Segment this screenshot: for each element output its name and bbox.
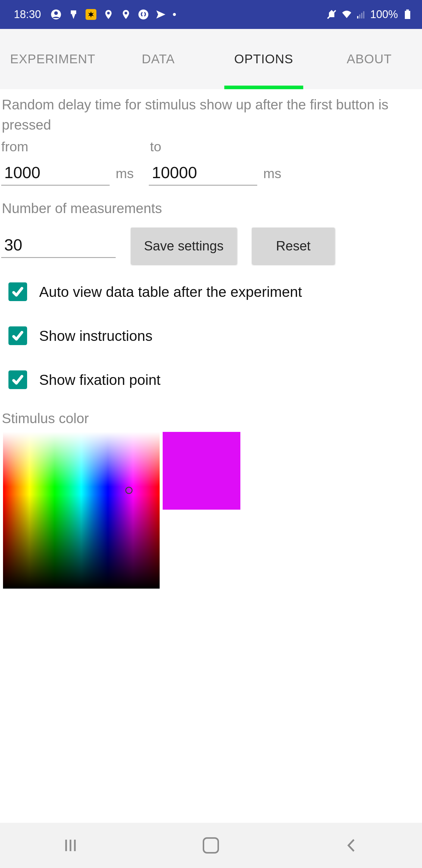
tab-data[interactable]: DATA <box>105 29 211 89</box>
reset-button[interactable]: Reset <box>252 227 335 264</box>
options-panel: Random delay time for stimulus show up a… <box>0 89 422 589</box>
svg-point-4 <box>125 12 127 14</box>
wifi-icon <box>341 9 352 20</box>
check-show-instructions-row[interactable]: Show instructions <box>8 327 421 345</box>
checkbox-checked-icon[interactable] <box>8 282 27 301</box>
delay-to-col: to ms <box>149 139 281 186</box>
svg-point-5 <box>138 10 149 20</box>
delay-range-row: from ms to ms <box>1 139 421 186</box>
app-icon <box>86 9 96 20</box>
stimulus-color-label: Stimulus color <box>1 410 421 427</box>
svg-rect-11 <box>405 11 410 19</box>
svg-rect-2 <box>71 10 76 14</box>
ms-unit-2: ms <box>263 166 281 181</box>
ms-unit: ms <box>116 166 134 181</box>
check-show-instructions-label: Show instructions <box>39 328 153 344</box>
svg-rect-8 <box>359 14 360 19</box>
send-icon <box>155 9 166 20</box>
tab-options[interactable]: OPTIONS <box>211 29 317 89</box>
checkbox-checked-icon[interactable] <box>8 327 27 345</box>
location-icon-2 <box>121 9 131 20</box>
color-picker-cursor-icon <box>125 487 133 494</box>
back-icon[interactable] <box>343 837 360 854</box>
delay-heading: Random delay time for stimulus show up a… <box>1 95 421 135</box>
svg-point-3 <box>107 12 110 14</box>
color-picker-area <box>1 432 421 589</box>
recents-icon[interactable] <box>62 837 79 854</box>
color-picker[interactable] <box>3 432 160 589</box>
status-bar: 18:30 100% <box>0 0 422 29</box>
status-left: 18:30 <box>14 8 176 21</box>
person-icon <box>51 9 61 20</box>
svg-point-1 <box>54 11 58 15</box>
svg-rect-10 <box>363 11 364 19</box>
shazam-icon <box>138 9 149 20</box>
more-dot-icon <box>173 13 176 16</box>
svg-rect-9 <box>361 13 362 19</box>
status-time: 18:30 <box>14 8 41 21</box>
selected-color-swatch <box>163 432 240 510</box>
location-icon <box>103 9 114 20</box>
measurements-input[interactable] <box>1 234 116 258</box>
tab-experiment[interactable]: EXPERIMENT <box>0 29 105 89</box>
checkbox-list: Auto view data table after the experimen… <box>1 282 421 389</box>
status-right: 100% <box>326 8 413 21</box>
home-icon[interactable] <box>203 837 219 854</box>
save-settings-button[interactable]: Save settings <box>131 227 237 264</box>
settings-row: Save settings Reset <box>1 227 421 264</box>
speaker-icon <box>68 9 79 20</box>
battery-icon <box>402 9 413 20</box>
from-label: from <box>1 139 134 155</box>
to-label: to <box>150 139 281 155</box>
check-auto-view-label: Auto view data table after the experimen… <box>39 284 302 300</box>
signal-icon <box>356 10 366 19</box>
check-show-fixation-row[interactable]: Show fixation point <box>8 370 421 389</box>
tab-about[interactable]: ABOUT <box>317 29 422 89</box>
tab-bar: EXPERIMENT DATA OPTIONS ABOUT <box>0 29 422 89</box>
system-nav-bar <box>0 823 422 868</box>
delay-to-input[interactable] <box>149 162 257 186</box>
svg-rect-7 <box>357 16 358 19</box>
check-auto-view-row[interactable]: Auto view data table after the experimen… <box>8 282 421 301</box>
measurements-heading: Number of measurements <box>1 198 421 218</box>
checkbox-checked-icon[interactable] <box>8 370 27 389</box>
mute-icon <box>326 9 337 20</box>
check-show-fixation-label: Show fixation point <box>39 372 161 388</box>
svg-rect-12 <box>406 10 409 11</box>
delay-from-input[interactable] <box>1 162 110 186</box>
battery-text: 100% <box>370 8 398 21</box>
delay-from-col: from ms <box>1 139 134 186</box>
